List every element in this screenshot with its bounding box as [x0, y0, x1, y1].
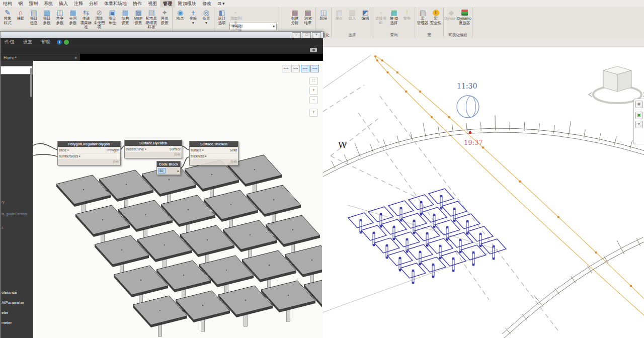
dynamo-titlebar[interactable]: –□× — [1, 32, 323, 38]
ribbon-button-transfer-standards[interactable]: ⇆传递项目标准 — [79, 8, 93, 30]
ribbon-tab-4[interactable]: 插入 — [56, 0, 71, 8]
zoom-tool-icon[interactable]: ▣ — [635, 112, 643, 119]
ribbon-button-dynamo-player[interactable]: Dynamo播放器 — [458, 8, 471, 25]
dynamo-library-panel: ryts, guideCenterssoleranceAtParameteret… — [1, 61, 33, 338]
library-search-input[interactable] — [1, 66, 33, 74]
ribbon-button-purge-unused[interactable]: ⊘清除未使用项 — [93, 8, 106, 30]
canvas-zoom-controls: ∷ + − + — [309, 77, 318, 117]
nav-more-icon[interactable]: ▾ — [635, 121, 643, 128]
ribbon-button-mep-settings[interactable]: ▩MEP设置 — [132, 8, 145, 25]
ribbon-button-selection-load: ▥载入 — [346, 8, 359, 21]
input-port-closedCurve[interactable]: closedCurve▸ — [126, 147, 146, 151]
node-title[interactable]: Surface.Thicken — [190, 141, 238, 147]
ribbon-button-shared-parameters[interactable]: ◫共享参数 — [53, 8, 66, 25]
ribbon-tab-5[interactable]: 注释 — [71, 0, 86, 8]
shield-warning-icon: ! — [433, 10, 439, 16]
ribbon-button-structural-settings[interactable]: ▦结构设置 — [119, 8, 132, 25]
ribbon-button-project-units[interactable]: ▣项目单位 — [106, 8, 119, 25]
ribbon-button-position[interactable]: ◎位置▾ — [200, 8, 213, 25]
ribbon-button-location[interactable]: ◉地点 — [174, 8, 187, 21]
ribbon-button-select-by-id[interactable]: ▦按 ID选择 — [387, 8, 400, 25]
close-button[interactable]: × — [312, 32, 321, 38]
code-block-value[interactable]: 50; — [158, 168, 166, 174]
revit-3d-view[interactable]: 11:3019:37W ◉ ▣ ▾ — [323, 38, 644, 338]
preview-view-icon[interactable]: ▪–▪ — [301, 65, 309, 72]
location-icon: ◉ — [177, 9, 183, 17]
ribbon-button-design-options[interactable]: ◧设计选项 — [215, 8, 228, 25]
ribbon-tab-12[interactable]: 修改 — [199, 0, 214, 8]
node-title[interactable]: Polygon.RegularPolygon — [58, 141, 120, 147]
group-label-可视化编程: 可视化编程 — [444, 33, 472, 38]
library-item-dim-2[interactable]: s — [2, 226, 4, 229]
library-scrollbar[interactable] — [30, 68, 32, 97]
ribbon-button-phases[interactable]: ◫阶段 — [317, 8, 330, 21]
ribbon-button-coordinates[interactable]: +坐标▾ — [187, 8, 200, 25]
node-Surface.Thicken[interactable]: Surface.Thickensurface▸Solidthickness▸自动 — [189, 141, 238, 165]
ribbon-tab-7[interactable]: 体量和场地 — [101, 0, 130, 8]
node-Polygon.RegularPolygon[interactable]: Polygon.RegularPolygoncircle▸Polygonnumb… — [57, 141, 121, 165]
ribbon-tab-0[interactable]: 结构 — [0, 0, 15, 8]
library-item-dim-0[interactable]: ry — [2, 200, 5, 204]
workspace-tab-home[interactable]: Home* × — [1, 54, 80, 61]
output-port-Solid[interactable]: Solid — [230, 148, 237, 152]
menu-设置[interactable]: 设置 — [19, 39, 37, 45]
workspace-tab-close-icon[interactable]: × — [74, 55, 77, 60]
graph-view-icon[interactable]: ▪–▪ — [282, 65, 290, 72]
zoom-in-button[interactable]: + — [309, 87, 318, 95]
ribbon-tab-9[interactable]: 视图 — [145, 0, 160, 8]
graph-view-alt-icon[interactable]: ▪–▪ — [291, 65, 300, 72]
ribbon-button-object-styles[interactable]: ✎对象样式 — [1, 8, 14, 25]
input-port-numberSides[interactable]: numberSides▸ — [59, 154, 80, 158]
ribbon-button-create-study[interactable]: ▦创建分析 — [288, 8, 301, 25]
dynamo-canvas[interactable]: Polygon.RegularPolygoncircle▸Polygonnumb… — [33, 61, 323, 338]
zoom-out-button[interactable]: − — [309, 96, 318, 104]
ribbon-button-global-parameters[interactable]: ▦全局参数 — [66, 8, 79, 25]
node-Surface.ByPatch[interactable]: Surface.ByPatchclosedCurve▸Surface自动 — [124, 140, 182, 158]
menu-帮助[interactable]: 帮助 — [37, 39, 55, 45]
preview-view-alt-icon[interactable]: ▪–▪ — [310, 65, 319, 72]
output-port-Surface[interactable]: Surface — [170, 147, 181, 151]
input-port-thickness[interactable]: thickness▸ — [191, 154, 207, 158]
export-image-camera-icon[interactable] — [310, 48, 317, 52]
ribbon-button-explore-outcomes[interactable]: ▦浏览结果 — [301, 8, 314, 25]
view-cube[interactable] — [595, 63, 641, 104]
ribbon-tab-3[interactable]: 系统 — [41, 0, 56, 8]
output-port-Polygon[interactable]: Polygon — [108, 148, 120, 152]
ribbon-tab-2[interactable]: 预制 — [26, 0, 41, 8]
sun-time-noon-label: 11:30 — [457, 82, 477, 90]
info-icon[interactable]: i — [57, 40, 62, 45]
ribbon-button-selection-save: ▤保存 — [333, 8, 346, 21]
ribbon-button-project-info[interactable]: ▤项目信息 — [27, 8, 40, 25]
project-info-icon: ▤ — [30, 9, 37, 17]
ribbon-button-macro-manager[interactable]: ▤宏管理器 — [416, 8, 429, 25]
ribbon-tab-10[interactable]: 管理 — [160, 0, 175, 8]
ribbon-button-panel-schedule-templates[interactable]: ▤配电盘明细表样板 — [145, 8, 158, 30]
pan-button[interactable]: + — [309, 109, 318, 117]
library-item-0[interactable]: olerance — [2, 290, 17, 295]
ribbon-tab-11[interactable]: 附加模块 — [175, 0, 199, 8]
node-code-block[interactable]: Code Block50;▸ — [156, 161, 181, 175]
ribbon-button-project-parameters[interactable]: ▥项目参数 — [40, 8, 53, 25]
menu-件包[interactable]: 件包 — [1, 39, 19, 45]
ribbon-button-selection-edit[interactable]: ◩编辑 — [359, 8, 372, 21]
library-item-3[interactable]: meter — [2, 320, 12, 325]
ribbon-tab-8[interactable]: 协作 — [130, 0, 145, 8]
minimize-button[interactable]: – — [292, 32, 301, 38]
node-title[interactable]: Code Block — [157, 161, 180, 167]
ribbon-tab-13[interactable]: ⊡ ▾ — [214, 1, 228, 7]
steering-wheel-icon[interactable]: ◉ — [635, 101, 643, 108]
library-item-dim-1[interactable]: ts, guideCenters — [2, 212, 27, 216]
maximize-button[interactable]: □ — [302, 32, 311, 38]
library-item-2[interactable]: eter — [2, 310, 9, 315]
status-green-icon[interactable] — [64, 40, 69, 45]
zoom-fit-button[interactable]: ∷ — [309, 77, 318, 85]
library-item-1[interactable]: AtParameter — [2, 300, 24, 305]
ribbon-tab-6[interactable]: 分析 — [86, 0, 101, 8]
input-port-circle[interactable]: circle▸ — [59, 148, 69, 152]
ribbon-tab-1[interactable]: 钢 — [15, 0, 26, 8]
ribbon-button-macro-security[interactable]: !宏安全性 — [429, 8, 442, 25]
node-title[interactable]: Surface.ByPatch — [125, 140, 182, 146]
ribbon-button-snaps[interactable]: ∩捕捉 — [14, 8, 27, 21]
ribbon-button-additional-settings[interactable]: ✦其他设置 — [158, 8, 171, 25]
input-port-surface[interactable]: surface▸ — [191, 148, 204, 152]
